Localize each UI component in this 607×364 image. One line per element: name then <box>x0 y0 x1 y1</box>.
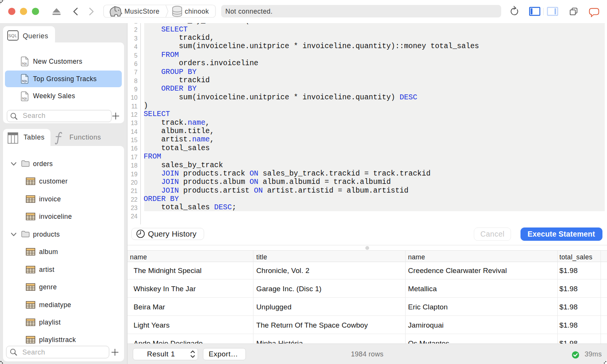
svg-text:SQL: SQL <box>22 97 28 100</box>
svg-text:SQL: SQL <box>22 62 28 65</box>
svg-text:SQL: SQL <box>22 80 28 83</box>
svg-text:SQL: SQL <box>8 33 17 38</box>
